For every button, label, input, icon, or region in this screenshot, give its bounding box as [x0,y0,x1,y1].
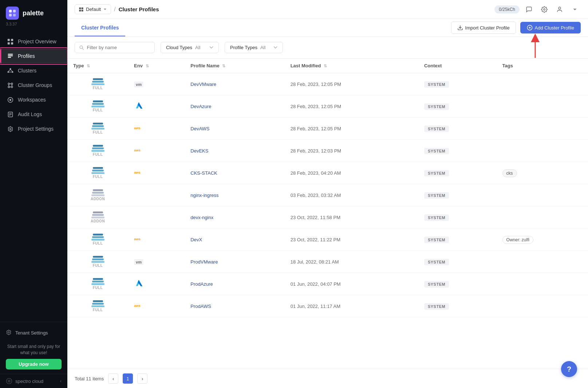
type-cell: FULL [73,234,122,245]
cell-profile-name[interactable]: DevAWS [185,118,284,140]
cell-last-modified: 01 Jun, 2022, 04:07 PM [285,273,418,295]
chat-button[interactable] [523,4,535,15]
cell-profile-name[interactable]: DevAzure [185,95,284,118]
audit-icon [7,111,13,118]
cell-tags [497,206,588,229]
table-row[interactable]: FULL aws DevEKS 28 Feb, 2023, 12:03 PM S… [67,140,588,162]
next-page-button[interactable]: › [137,373,147,384]
workspace-selector[interactable]: Default [75,4,111,14]
tab-row: Cluster Profiles Import Cluster Profile [67,19,588,37]
svg-point-18 [11,83,12,84]
table-row[interactable]: FULL aws DevAWS 28 Feb, 2023, 12:05 PM S… [67,118,588,140]
type-cell: FULL [73,167,122,179]
col-type: Type ⇅ [67,59,128,73]
logo-area: palette [0,0,67,21]
table-row[interactable]: ADDON devx-nginx 23 Oct, 2022, 11:58 PM … [67,206,588,229]
table-row[interactable]: FULL vm DevVMware 28 Feb, 2023, 12:05 PM… [67,73,588,95]
tenant-settings-icon [6,329,12,336]
table-row[interactable]: ADDON nginx-ingress 03 Feb, 2023, 03:32 … [67,184,588,206]
context-badge: SYSTEM [424,81,449,88]
cell-profile-name[interactable]: CKS-STACK [185,162,284,184]
page-1-button[interactable]: 1 [123,373,133,384]
cell-tags: cks [497,162,588,184]
tag-badge: cks [502,169,517,177]
type-label: ADDON [91,197,105,201]
upgrade-button[interactable]: Upgrade now [6,359,62,369]
cell-profile-name[interactable]: ProdAzure [185,273,284,295]
cluster-groups-icon [7,82,13,88]
sidebar-item-audit-logs[interactable]: Audit Logs [0,107,67,122]
sidebar-item-cluster-groups[interactable]: Cluster Groups [0,78,67,92]
col-last-modified: Last Modified ⇅ [285,59,418,73]
svg-rect-10 [8,57,11,58]
tenant-settings-item[interactable]: Tenant Settings [6,326,62,339]
sidebar-item-workspaces[interactable]: Workspaces [0,92,67,107]
cell-last-modified: 28 Feb, 2023, 04:20 AM [285,162,418,184]
cell-profile-name[interactable]: ProdAWS [185,295,284,317]
table-row[interactable]: FULL ProdAzure 01 Jun, 2022, 04:07 PM SY… [67,273,588,295]
workspaces-icon [7,96,13,103]
svg-point-38 [559,7,561,9]
svg-point-11 [9,68,11,70]
dropdown-button[interactable] [569,4,581,15]
cell-context: SYSTEM [418,118,497,140]
svg-text:aws: aws [134,304,141,308]
svg-text:aws: aws [134,237,141,241]
table-row[interactable]: FULL aws ProdAWS 01 Jun, 2022, 11:17 AM … [67,295,588,317]
settings-button[interactable] [538,4,550,15]
cell-tags [497,140,588,162]
cell-profile-name[interactable]: DevEKS [185,140,284,162]
type-label: FULL [93,86,103,90]
cloud-types-filter[interactable]: Cloud Types All [161,42,219,53]
table-row[interactable]: FULL aws CKS-STACK 28 Feb, 2023, 04:20 A… [67,162,588,184]
spectro-label: spectro cloud [15,379,43,384]
user-button[interactable] [554,4,565,15]
col-env: Env ⇅ [128,59,185,73]
spectro-footer: spectro cloud ‹ [0,374,67,388]
svg-rect-8 [8,54,13,55]
aws-icon: aws [134,124,146,132]
table-row[interactable]: FULL DevAzure 28 Feb, 2023, 12:05 PM SYS… [67,95,588,118]
prev-page-button[interactable]: ‹ [108,373,118,384]
cell-profile-name[interactable]: DevVMware [185,73,284,95]
svg-point-26 [9,99,11,100]
cell-profile-name[interactable]: devx-nginx [185,206,284,229]
sidebar-item-project-settings[interactable]: Project Settings [0,122,67,136]
svg-rect-6 [7,42,9,44]
sidebar-item-clusters[interactable]: Clusters [0,63,67,78]
svg-rect-5 [11,39,13,41]
search-input[interactable] [87,45,150,50]
workspace-name: Default [86,7,101,12]
table-row[interactable]: FULL aws DevX 23 Oct, 2022, 11:22 PM SYS… [67,229,588,251]
env-vm-badge: vm [134,259,143,265]
sidebar-item-profiles[interactable]: Profiles [0,49,67,63]
collapse-icon[interactable]: ‹ [60,379,62,384]
cell-profile-name[interactable]: ProdVMware [185,251,284,273]
sidebar-bottom: Tenant Settings Start small and only pay… [0,322,67,374]
cell-type: FULL [67,251,128,273]
import-cluster-profile-button[interactable]: Import Cluster Profile [451,21,516,34]
cell-env [128,206,185,229]
chevron-down-icon [273,45,277,50]
cell-profile-name[interactable]: DevX [185,229,284,251]
svg-rect-0 [9,10,12,12]
sort-icon: ⇅ [146,64,149,68]
cell-profile-name[interactable]: nginx-ingress [185,184,284,206]
help-button[interactable]: ? [561,361,577,377]
credit-badge: 0/25kCh [494,5,520,13]
profile-types-filter[interactable]: Profile Types All [225,42,283,53]
table-row[interactable]: FULL vm ProdVMware 18 Jul, 2022, 08:21 A… [67,251,588,273]
add-cluster-profile-button[interactable]: Add Cluster Profile [520,22,581,33]
svg-rect-9 [8,55,13,56]
type-label: FULL [93,108,103,112]
cell-last-modified: 18 Jul, 2022, 08:21 AM [285,251,418,273]
tab-cluster-profiles[interactable]: Cluster Profiles [75,19,125,36]
sidebar-item-project-overview[interactable]: Project Overview [0,34,67,49]
context-badge: SYSTEM [424,259,449,265]
chevron-down-icon [209,45,213,50]
add-icon [527,25,533,31]
svg-rect-4 [7,39,9,41]
grid-icon [7,38,13,45]
breadcrumb-title: Cluster Profiles [119,6,159,12]
sort-icon: ⇅ [222,64,225,68]
